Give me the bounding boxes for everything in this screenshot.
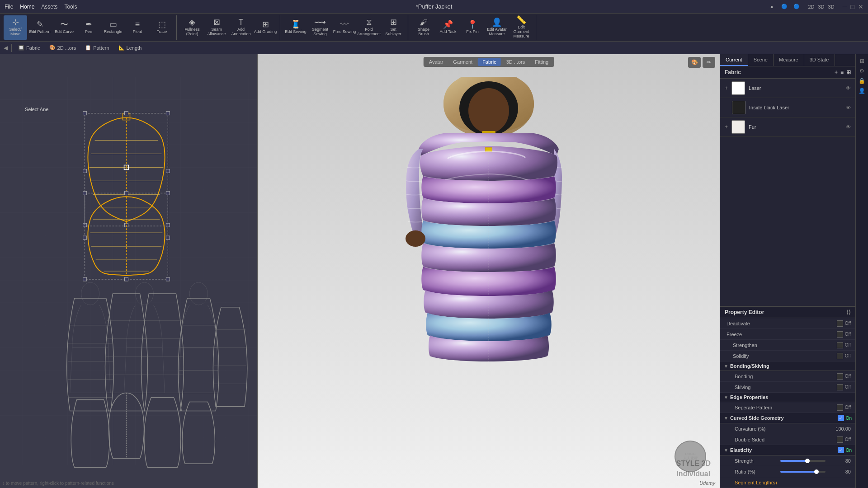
inside-laser-visibility-icon[interactable]: 👁	[846, 105, 851, 110]
sub-tab-pattern[interactable]: 📋 Pattern	[82, 44, 112, 52]
prop-freeze[interactable]: Freeze Off	[720, 329, 855, 340]
pen-button[interactable]: ✒ Pen	[77, 15, 100, 40]
pattern-canvas[interactable]: Select Ane	[0, 54, 257, 488]
double-sided-toggle[interactable]: Off	[837, 436, 851, 443]
tab-current[interactable]: Current	[720, 54, 748, 66]
menu-file[interactable]: File	[5, 4, 13, 10]
prop-strength[interactable]: Strength 80	[720, 455, 855, 466]
prop-strengthen[interactable]: Strengthen Off	[720, 340, 855, 351]
menu-assets[interactable]: Assets	[41, 4, 57, 10]
segment-sewing-button[interactable]: ⟿ SegmentSewing	[308, 15, 332, 40]
seam-allowance-button[interactable]: ⊠ SeamAllowance	[205, 15, 228, 40]
tab-3d-state[interactable]: 3D State	[804, 54, 835, 66]
lock-icon[interactable]: 🔒	[859, 78, 865, 84]
tab-garment[interactable]: Garment	[448, 58, 477, 66]
elasticity-main-checkbox[interactable]: ✓	[838, 447, 844, 453]
tab-scene[interactable]: Scene	[748, 54, 774, 66]
prop-skiving[interactable]: Skiving Off	[720, 382, 855, 393]
menu-home[interactable]: Home	[20, 4, 34, 10]
layers-icon[interactable]: ⊞	[860, 58, 864, 64]
property-editor-expand-icon[interactable]: ⟩⟩	[846, 309, 851, 315]
settings-icon[interactable]: ⚙	[859, 68, 864, 74]
seperate-checkbox[interactable]	[837, 404, 843, 411]
edit-sewing-button[interactable]: 🧵 Edit Sewing	[284, 15, 307, 40]
prop-solidify[interactable]: Solidify Off	[720, 351, 855, 361]
freeze-checkbox[interactable]	[837, 331, 843, 338]
tab-fitting[interactable]: Fitting	[530, 58, 553, 66]
strength-slider[interactable]	[780, 460, 826, 462]
skiving-checkbox[interactable]	[837, 384, 843, 390]
center-panel-3d[interactable]: Avatar Garment Fabric 3D ...ors Fitting …	[258, 54, 720, 488]
sub-tab-2d-label: 2D ...ors	[57, 45, 76, 51]
strength-slider-thumb[interactable]	[805, 459, 810, 463]
fix-pin-button[interactable]: 📍 Fix Pin	[461, 15, 484, 40]
edge-properties-header[interactable]: ▼ Edge Properties	[720, 393, 855, 402]
fabric-item-inside-laser[interactable]: Inside black Laser 👁	[720, 98, 855, 117]
render-mode-btn[interactable]: ✏	[703, 57, 715, 68]
menu-tools[interactable]: Tools	[64, 4, 77, 10]
curved-side-geometry-header[interactable]: ▼ Curved Side Geometry ✓ On	[720, 413, 855, 423]
select-move-button[interactable]: ⊹ Select/Move	[4, 15, 27, 40]
view-tabs: Avatar Garment Fabric 3D ...ors Fitting	[424, 57, 554, 67]
fabric-item-laser[interactable]: + Laser 👁	[720, 79, 855, 98]
bonding-toggle[interactable]: Off	[837, 373, 851, 380]
fullness-button[interactable]: ◈ Fullness(Point)	[180, 15, 204, 40]
freeze-toggle[interactable]: Off	[837, 331, 851, 338]
tab-3d-colors[interactable]: 3D ...ors	[502, 58, 530, 66]
add-annotation-button[interactable]: T AddAnnotation	[229, 15, 253, 40]
seperate-toggle[interactable]: Off	[837, 404, 851, 411]
tab-fabric[interactable]: Fabric	[478, 58, 501, 66]
edit-pattern-button[interactable]: ✎ Edit Pattern	[28, 15, 52, 40]
bonding-checkbox[interactable]	[837, 373, 843, 380]
prop-deactivate[interactable]: Deactivate Off	[720, 318, 855, 329]
tab-measure[interactable]: Measure	[774, 54, 804, 66]
user-icon[interactable]: 👤	[859, 88, 865, 94]
prop-double-sided[interactable]: Double Sided Off	[720, 434, 855, 445]
pleat-button[interactable]: ≡ Pleat	[126, 15, 149, 40]
edit-garment-measure-button[interactable]: 📏 Edit GarmentMeasure	[509, 15, 533, 40]
rectangle-button[interactable]: ▭ Rectangle	[101, 15, 125, 40]
prop-ratio[interactable]: Ratio (%) 80	[720, 466, 855, 477]
collapse-left-icon[interactable]: ◀	[4, 45, 8, 51]
add-tack-button[interactable]: 📌 Add Tack	[436, 15, 460, 40]
skiving-toggle[interactable]: Off	[837, 384, 851, 390]
add-grading-button[interactable]: ⊞ Add Grading	[254, 15, 277, 40]
solidify-toggle[interactable]: Off	[837, 353, 851, 359]
color-mode-btn[interactable]: 🎨	[688, 57, 701, 68]
seperate-value: Off	[845, 405, 851, 410]
trace-button[interactable]: ⬚ Trace	[150, 15, 174, 40]
ratio-slider[interactable]	[780, 471, 826, 473]
fabric-item-fur[interactable]: + Fur 👁	[720, 117, 855, 137]
prop-segment-length[interactable]: Segment Length(s)	[720, 477, 855, 488]
double-sided-checkbox[interactable]	[837, 436, 843, 443]
fold-arrangement-button[interactable]: ⧖ FoldArrangement	[357, 15, 381, 40]
add-fabric-icon[interactable]: +	[835, 69, 838, 75]
sub-tab-fabric[interactable]: 🔲 Fabric	[15, 44, 43, 52]
prop-curvature[interactable]: Curvature (%) 100.00	[720, 423, 855, 434]
ratio-slider-thumb[interactable]	[814, 469, 819, 474]
free-sewing-button[interactable]: 〰 Free Sewing	[333, 15, 356, 40]
elasticity-main-toggle[interactable]: ✓ On	[838, 447, 852, 453]
sub-tab-length[interactable]: 📐 Length	[116, 44, 145, 52]
curved-main-checkbox[interactable]: ✓	[838, 415, 844, 421]
bonding-skiving-header[interactable]: ▼ Bonding/Skiving	[720, 361, 855, 371]
grid-view-icon[interactable]: ⊞	[846, 69, 851, 75]
list-view-icon[interactable]: ≡	[840, 69, 844, 75]
prop-seperate-pattern[interactable]: Seperate Pattern Off	[720, 402, 855, 413]
edit-curve-button[interactable]: 〜 Edit Curve	[52, 15, 76, 40]
strengthen-toggle[interactable]: Off	[837, 342, 851, 348]
tab-avatar[interactable]: Avatar	[425, 58, 448, 66]
edit-avatar-measure-button[interactable]: 👤 Edit AvatarMeasure	[485, 15, 509, 40]
laser-visibility-icon[interactable]: 👁	[846, 85, 851, 91]
prop-bonding[interactable]: Bonding Off	[720, 371, 855, 382]
shape-brush-button[interactable]: 🖌 Shape Brush	[412, 15, 435, 40]
solidify-checkbox[interactable]	[837, 353, 843, 359]
elasticity-header[interactable]: ▼ Elasticity ✓ On	[720, 445, 855, 455]
set-sublayer-button[interactable]: ⊞ SetSublayer	[382, 15, 405, 40]
strengthen-checkbox[interactable]	[837, 342, 843, 348]
curved-main-toggle[interactable]: ✓ On	[838, 415, 852, 421]
deactivate-toggle[interactable]: Off	[837, 320, 851, 327]
sub-tab-2d[interactable]: 🎨 2D ...ors	[47, 44, 79, 52]
fur-visibility-icon[interactable]: 👁	[846, 124, 851, 130]
deactivate-checkbox[interactable]	[837, 320, 843, 327]
